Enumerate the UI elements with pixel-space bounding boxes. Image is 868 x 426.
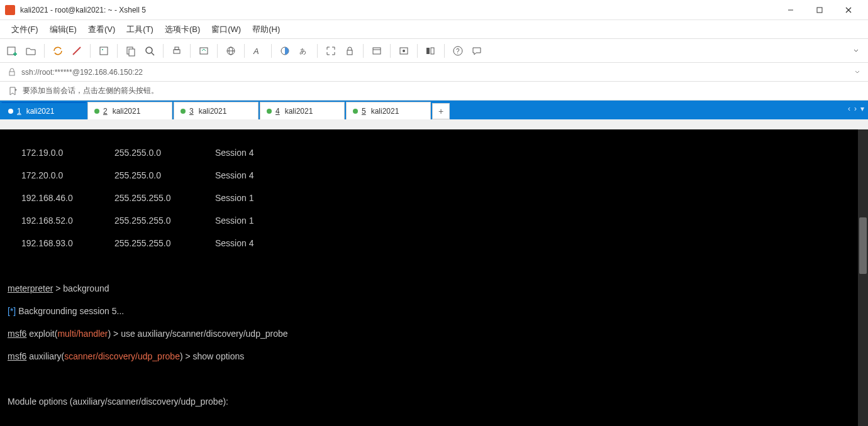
svg-rect-8 [100, 47, 108, 55]
info-text: 要添加当前会话，点击左侧的箭头按钮。 [23, 85, 159, 96]
tab-number: 4 [275, 107, 280, 116]
status-dot-icon [94, 109, 99, 114]
layout-icon[interactable] [424, 44, 438, 58]
cmd: use auxiliary/scanner/discovery/udp_prob… [121, 329, 287, 339]
compose-icon[interactable] [397, 44, 411, 58]
tab-next-icon[interactable]: › [854, 104, 857, 113]
menu-help[interactable]: 帮助(H) [247, 21, 285, 38]
terminal[interactable]: 172.19.0.0255.255.0.0Session 4 172.20.0.… [0, 129, 868, 426]
new-tab-button[interactable]: + [432, 103, 450, 119]
route-session: Session 4 [215, 238, 291, 249]
status-dot-icon [8, 109, 13, 114]
properties-icon[interactable] [97, 44, 111, 58]
copy-icon[interactable] [124, 44, 138, 58]
color-scheme-icon[interactable] [278, 44, 292, 58]
svg-rect-29 [431, 48, 434, 54]
route-session: Session 1 [215, 192, 291, 204]
terminal-line: msf6 auxiliary(scanner/discovery/udp_pro… [8, 351, 860, 362]
session-tab-4[interactable]: 4 kali2021 [260, 102, 345, 119]
scrollbar[interactable] [858, 129, 868, 426]
msf-prompt: msf6 [8, 329, 26, 339]
route-mask: 255.255.255.0 [114, 215, 215, 226]
bookmark-add-icon[interactable] [8, 86, 18, 96]
route-session: Session 4 [215, 170, 291, 181]
tab-label: kali2021 [199, 107, 227, 116]
route-net: 192.168.46.0 [8, 192, 114, 204]
status-dot-icon [267, 109, 272, 114]
session-tab-2[interactable]: 2 kali2021 [87, 102, 172, 119]
svg-rect-1 [817, 8, 822, 13]
open-session-icon[interactable] [24, 44, 38, 58]
session-tab-3[interactable]: 3 kali2021 [174, 102, 259, 119]
address-url[interactable]: ssh://root:******@192.168.46.150:22 [21, 68, 143, 77]
font-icon[interactable]: A [251, 44, 265, 58]
terminal-line: meterpreter > background [8, 283, 860, 294]
disconnect-icon[interactable] [70, 44, 84, 58]
scrollbar-thumb[interactable] [859, 217, 867, 274]
tab-number: 3 [189, 107, 194, 116]
globe-icon[interactable] [224, 44, 238, 58]
menu-view[interactable]: 查看(V) [83, 21, 120, 38]
tab-number: 1 [17, 107, 21, 116]
tab-nav: ‹ › ▾ [848, 104, 864, 113]
session-tab-1[interactable]: 1 kali2021 [1, 102, 86, 119]
app-icon [5, 5, 15, 15]
toolbar-separator [163, 44, 164, 58]
window-controls [776, 0, 863, 20]
route-net: 172.19.0.0 [8, 147, 114, 158]
info-bar: 要添加当前会话，点击左侧的箭头按钮。 [0, 82, 868, 101]
menu-edit[interactable]: 编辑(E) [45, 21, 82, 38]
reconnect-icon[interactable] [51, 44, 65, 58]
status-dot-icon [181, 109, 186, 114]
svg-rect-15 [175, 47, 179, 50]
chat-icon[interactable] [470, 44, 484, 58]
tab-label: kali2021 [113, 107, 141, 116]
session-tab-5[interactable]: 5 kali2021 [346, 102, 431, 119]
menu-tools[interactable]: 工具(T) [121, 21, 159, 38]
route-mask: 255.255.255.0 [114, 238, 215, 249]
menu-window[interactable]: 窗口(W) [206, 21, 246, 38]
tab-number: 5 [362, 107, 366, 116]
route-session: Session 4 [215, 147, 291, 158]
file-transfer-icon[interactable] [197, 44, 211, 58]
toolbar-separator [317, 44, 318, 58]
new-session-icon[interactable] [5, 44, 19, 58]
chevron-down-icon[interactable] [854, 69, 860, 75]
svg-rect-32 [9, 72, 14, 75]
lock-icon[interactable] [343, 44, 357, 58]
svg-point-12 [146, 47, 152, 53]
tab-prev-icon[interactable]: ‹ [848, 104, 850, 113]
fullscreen-icon[interactable] [324, 44, 338, 58]
cmd: background [63, 283, 109, 293]
svg-point-9 [102, 49, 103, 50]
terminal-line: msf6 exploit(multi/handler) > use auxili… [8, 328, 860, 339]
print-icon[interactable] [170, 44, 184, 58]
close-button[interactable] [834, 0, 863, 20]
svg-text:あ: あ [299, 47, 306, 55]
encoding-icon[interactable]: あ [297, 44, 311, 58]
title-bar: kali2021 - root@kali2021: ~ - Xshell 5 [0, 0, 868, 20]
toolbar-separator [44, 44, 45, 58]
toolbar-separator [244, 44, 245, 58]
svg-point-27 [403, 50, 405, 52]
tab-label: kali2021 [26, 107, 55, 116]
svg-rect-28 [426, 48, 430, 54]
toolbar-separator [444, 44, 445, 58]
toolbar-overflow-icon[interactable] [849, 44, 863, 58]
svg-rect-14 [174, 50, 180, 53]
toolbar-separator [90, 44, 91, 58]
help-icon[interactable]: ? [451, 44, 465, 58]
search-icon[interactable] [143, 44, 157, 58]
route-mask: 255.255.0.0 [114, 147, 215, 158]
module-name: scanner/discovery/udp_probe [64, 351, 180, 361]
menu-tab[interactable]: 选项卡(B) [160, 21, 205, 38]
lock-icon [8, 68, 16, 77]
tab-list-icon[interactable]: ▾ [860, 104, 864, 113]
minimize-button[interactable] [776, 0, 805, 20]
maximize-button[interactable] [805, 0, 834, 20]
msg: Backgrounding session 5... [18, 306, 124, 316]
tab-strip: 1 kali2021 2 kali2021 3 kali2021 4 kali2… [0, 101, 868, 119]
module-name: multi/handler [57, 329, 108, 339]
session-window-icon[interactable] [370, 44, 384, 58]
menu-file[interactable]: 文件(F) [6, 21, 43, 38]
